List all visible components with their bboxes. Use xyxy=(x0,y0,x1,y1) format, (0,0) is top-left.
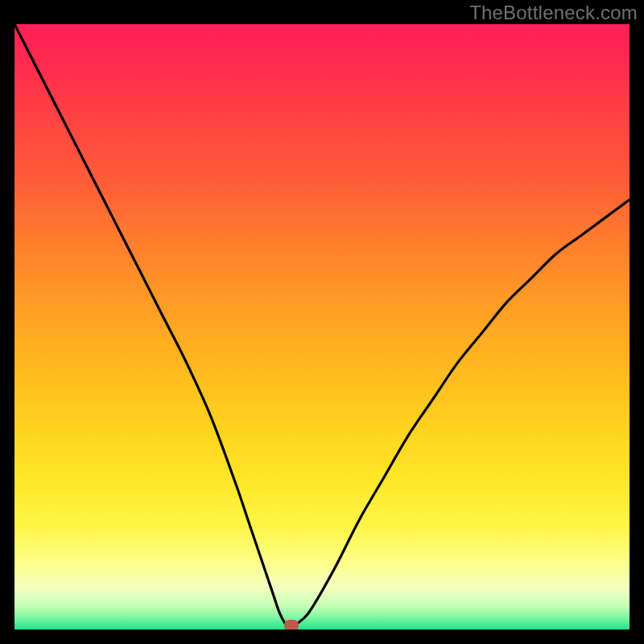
plot-area xyxy=(14,24,630,630)
chart-frame: TheBottleneck.com xyxy=(0,0,644,644)
minimum-marker xyxy=(284,620,299,630)
watermark-text: TheBottleneck.com xyxy=(469,2,638,24)
curve-path xyxy=(14,24,630,630)
bottleneck-curve xyxy=(14,24,630,630)
